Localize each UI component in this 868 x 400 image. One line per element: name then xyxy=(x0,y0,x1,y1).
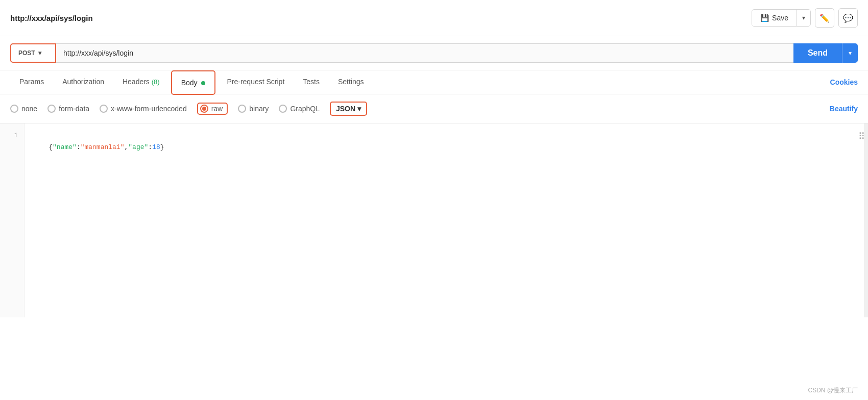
save-icon: 💾 xyxy=(760,14,769,22)
save-button[interactable]: 💾 Save xyxy=(752,10,797,26)
code-content[interactable]: {"name":"manmanlai","age":18} xyxy=(25,123,864,317)
scrollbar[interactable] xyxy=(864,123,868,317)
url-bar: POST ▾ Send ▾ xyxy=(0,36,868,70)
send-dropdown-button[interactable]: ▾ xyxy=(842,43,858,63)
tab-tests[interactable]: Tests xyxy=(294,70,329,94)
line-number-1: 1 xyxy=(6,132,18,139)
body-active-dot xyxy=(201,81,205,85)
top-bar-actions: 💾 Save ▾ ✏️ 💬 xyxy=(752,8,858,28)
body-type-binary[interactable]: binary xyxy=(238,105,269,113)
code-editor: 1 {"name":"manmanlai","age":18} ⠿ xyxy=(0,123,868,317)
method-chevron-icon: ▾ xyxy=(38,49,41,57)
body-type-raw[interactable]: raw xyxy=(197,103,228,115)
edit-icon-button[interactable]: ✏️ xyxy=(815,8,834,28)
comment-icon: 💬 xyxy=(843,13,853,23)
tab-params[interactable]: Params xyxy=(10,70,53,94)
radio-none xyxy=(10,105,18,113)
radio-form-data xyxy=(47,105,56,113)
body-type-urlencoded[interactable]: x-www-form-urlencoded xyxy=(100,105,187,113)
tabs-bar: Params Authorization Headers (8) Body Pr… xyxy=(0,70,868,94)
save-button-group: 💾 Save ▾ xyxy=(752,9,811,27)
tab-authorization[interactable]: Authorization xyxy=(53,70,113,94)
beautify-button[interactable]: Beautify xyxy=(830,105,858,113)
value-age: 18 xyxy=(152,143,160,151)
radio-raw xyxy=(200,105,208,113)
save-dropdown-button[interactable]: ▾ xyxy=(797,10,810,26)
format-chevron-icon: ▾ xyxy=(357,105,361,113)
send-button[interactable]: Send xyxy=(793,43,842,63)
comment-icon-button[interactable]: 💬 xyxy=(838,8,858,28)
method-label: POST xyxy=(18,49,35,57)
drag-handle[interactable]: ⠿ xyxy=(858,131,865,142)
tab-headers[interactable]: Headers (8) xyxy=(113,70,169,94)
value-name: "manmanlai" xyxy=(81,143,125,151)
tab-pre-request[interactable]: Pre-request Script xyxy=(218,70,294,94)
method-select[interactable]: POST ▾ xyxy=(10,43,56,63)
send-button-group: Send ▾ xyxy=(793,43,858,63)
close-brace: } xyxy=(160,143,164,151)
request-title: http://xxx/api/sys/login xyxy=(10,14,93,22)
tab-body[interactable]: Body xyxy=(171,70,216,95)
body-type-graphql[interactable]: GraphQL xyxy=(279,105,320,113)
top-bar: http://xxx/api/sys/login 💾 Save ▾ ✏️ 💬 xyxy=(0,0,868,36)
edit-icon: ✏️ xyxy=(819,13,830,23)
save-label: Save xyxy=(772,14,788,22)
format-select[interactable]: JSON ▾ xyxy=(330,102,367,116)
tab-settings[interactable]: Settings xyxy=(329,70,373,94)
line-numbers: 1 xyxy=(0,123,25,317)
body-type-none[interactable]: none xyxy=(10,105,37,113)
body-type-form-data[interactable]: form-data xyxy=(47,105,89,113)
body-options-bar: none form-data x-www-form-urlencoded raw… xyxy=(0,94,868,123)
radio-raw-inner xyxy=(202,107,206,111)
key-name: "name" xyxy=(53,143,77,151)
open-brace: { xyxy=(49,143,53,151)
radio-graphql xyxy=(279,105,287,113)
radio-binary xyxy=(238,105,246,113)
key-age: "age" xyxy=(128,143,148,151)
url-input[interactable] xyxy=(56,43,793,63)
cookies-button[interactable]: Cookies xyxy=(830,71,858,93)
radio-urlencoded xyxy=(100,105,108,113)
